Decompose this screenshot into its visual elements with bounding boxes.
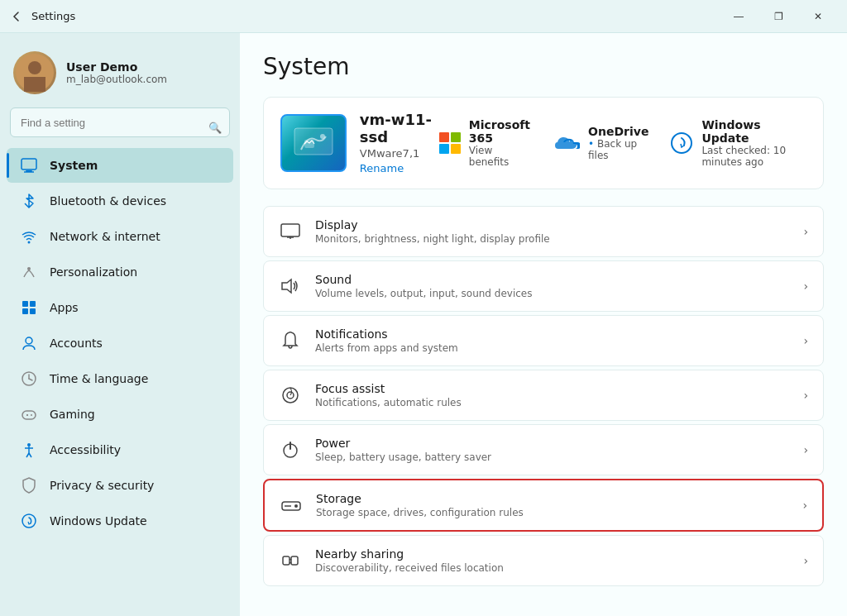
sidebar-item-system[interactable]: System [7,148,233,183]
notifications-arrow: › [803,334,808,347]
close-button[interactable]: ✕ [799,3,837,30]
svg-point-24 [27,443,31,446]
focus-arrow: › [803,389,808,402]
display-icon [279,220,302,243]
svg-rect-34 [281,224,299,236]
notifications-title: Notifications [315,327,790,341]
display-title: Display [315,218,790,232]
storage-icon [280,494,303,517]
power-arrow: › [803,443,808,456]
microsoft365-name: Microsoft 365 [469,118,535,145]
window-controls: — ❐ ✕ [720,3,837,30]
nearby-text: Nearby sharing Discoverability, received… [315,547,790,574]
svg-rect-31 [304,140,314,148]
notifications-icon [279,329,302,352]
windows-update-name: Windows Update [701,118,806,145]
maximize-button[interactable]: ❐ [759,3,797,30]
settings-item-notifications[interactable]: Notifications Alerts from apps and syste… [263,315,824,366]
sidebar-item-time[interactable]: Time & language [7,361,233,396]
win-square-yellow [451,144,461,154]
back-icon[interactable] [10,10,23,23]
device-details: vm-w11-ssd VMware7,1 Rename [360,111,439,175]
content-area: System vm-w11-ssd [240,33,847,616]
onedrive-icon [555,130,580,156]
user-profile[interactable]: User Demo m_lab@outlook.com [0,43,240,107]
sound-text: Sound Volume levels, output, input, soun… [315,273,790,299]
win-square-red [439,132,449,142]
sidebar-item-accounts[interactable]: Accounts [7,326,233,361]
accounts-icon [20,334,38,352]
sidebar-item-update[interactable]: Windows Update [7,504,233,538]
sidebar-label-apps: Apps [50,301,79,314]
svg-rect-13 [30,301,36,307]
device-name: vm-w11-ssd [360,111,439,146]
settings-item-power[interactable]: Power Sleep, battery usage, battery save… [263,424,824,475]
svg-point-1 [28,61,41,74]
sidebar-label-network: Network & internet [50,230,160,243]
sidebar-label-accessibility: Accessibility [50,443,121,456]
page-title: System [263,53,824,80]
svg-line-19 [29,379,32,380]
notifications-sub: Alerts from apps and system [315,342,790,354]
svg-marker-37 [282,279,291,293]
microsoft365-sub: View benefits [469,145,535,168]
system-icon [20,156,38,174]
sidebar-label-system: System [50,159,98,172]
power-title: Power [315,437,790,450]
time-icon [20,370,38,388]
display-sub: Monitors, brightness, night light, displ… [315,233,790,245]
svg-rect-15 [30,308,36,314]
svg-point-33 [672,133,691,153]
search-container: 🔍 [0,107,240,147]
apps-icon [20,298,38,317]
settings-list: Display Monitors, brightness, night ligh… [263,206,824,586]
svg-point-10 [28,241,31,244]
svg-rect-6 [22,159,36,170]
device-card: vm-w11-ssd VMware7,1 Rename [263,97,824,189]
accessibility-icon [20,441,38,459]
onedrive-sub: • Back up files [588,138,650,161]
sidebar-item-gaming[interactable]: Gaming [7,397,233,432]
focus-title: Focus assist [315,382,790,395]
titlebar-left: Settings [10,10,75,23]
privacy-icon [20,476,38,494]
search-input[interactable] [10,107,230,137]
svg-rect-20 [22,411,36,419]
settings-item-sound[interactable]: Sound Volume levels, output, input, soun… [263,260,824,312]
windows-update-sub: Last checked: 10 minutes ago [701,145,806,168]
sidebar-nav: System Bluetooth & devices Network & int… [0,148,240,538]
storage-text: Storage Storage space, drives, configura… [316,492,789,518]
windows-update-icon [670,130,693,156]
microsoft365-text: Microsoft 365 View benefits [469,118,535,168]
settings-item-storage[interactable]: Storage Storage space, drives, configura… [263,479,824,532]
onedrive-dot: • [588,138,594,150]
app-title: Settings [31,10,75,22]
sidebar-item-bluetooth[interactable]: Bluetooth & devices [7,184,233,218]
minimize-button[interactable]: — [720,3,758,30]
sound-arrow: › [803,279,808,293]
sound-title: Sound [315,273,790,286]
sidebar-item-accessibility[interactable]: Accessibility [7,432,233,467]
svg-point-23 [31,414,32,416]
user-name: User Demo [66,60,167,74]
settings-item-display[interactable]: Display Monitors, brightness, night ligh… [263,206,824,257]
network-icon [20,227,38,246]
sidebar-label-privacy: Privacy & security [50,479,154,492]
settings-item-nearby[interactable]: Nearby sharing Discoverability, received… [263,535,824,586]
sidebar-label-bluetooth: Bluetooth & devices [50,194,166,208]
update-icon [20,512,38,530]
sidebar-item-personalization[interactable]: Personalization [7,255,233,289]
settings-item-focus[interactable]: Focus assist Notifications, automatic ru… [263,370,824,421]
display-text: Display Monitors, brightness, night ligh… [315,218,790,245]
svg-point-29 [22,514,36,528]
service-onedrive: OneDrive • Back up files [555,118,650,168]
sidebar-item-network[interactable]: Network & internet [7,219,233,254]
sidebar-item-apps[interactable]: Apps [7,290,233,325]
nearby-sub: Discoverability, received files location [315,562,790,574]
win-square-blue [439,144,449,154]
svg-rect-45 [283,556,290,565]
svg-point-11 [27,267,31,270]
svg-rect-3 [24,77,45,92]
sidebar-item-privacy[interactable]: Privacy & security [7,468,233,503]
rename-link[interactable]: Rename [360,162,404,174]
